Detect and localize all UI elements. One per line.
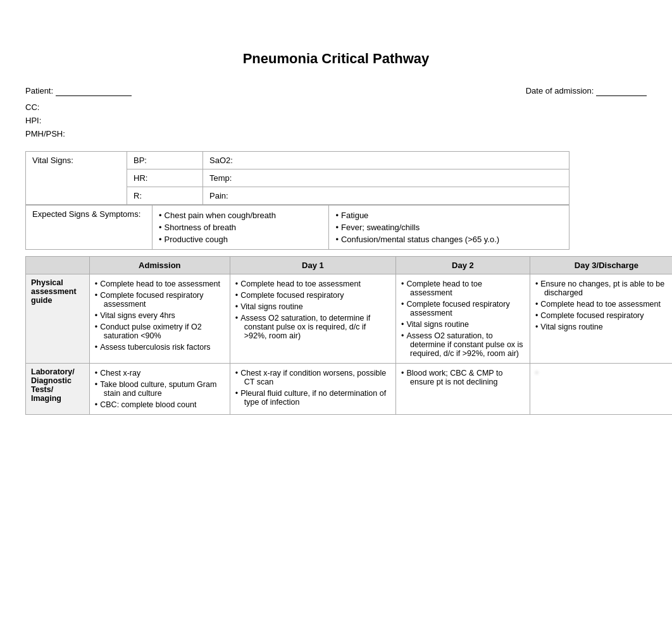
pmh-label: PMH/PSH: bbox=[25, 129, 65, 138]
laboratory-day2-cell: Blood work; CBC & CMP to ensure pt is no… bbox=[396, 364, 530, 415]
laboratory-label: Laboratory/ Diagnostic Tests/ Imaging bbox=[31, 367, 75, 403]
laboratory-day3-cell bbox=[530, 364, 672, 415]
physical-admission-list: Complete head to toe assessment Complete… bbox=[95, 278, 225, 353]
laboratory-admission-list: Chest x-ray Take blood culture, sputum G… bbox=[95, 367, 225, 410]
list-item: Complete head to toe assessment bbox=[95, 278, 225, 290]
symptom-item: Shortness of breath bbox=[159, 221, 322, 233]
pain-label: Pain: bbox=[209, 191, 228, 200]
list-item: Complete focused respiratory bbox=[235, 290, 390, 301]
list-item: Complete focused respiratory assessment bbox=[95, 290, 225, 310]
expected-symptoms-table: Expected Signs & Symptoms: Chest pain wh… bbox=[25, 205, 569, 250]
laboratory-label-cell: Laboratory/ Diagnostic Tests/ Imaging bbox=[26, 364, 90, 415]
list-item: Vital signs routine bbox=[401, 319, 525, 330]
symptom-item: Chest pain when cough/breath bbox=[159, 209, 322, 221]
symptom-item: Fatigue bbox=[335, 209, 563, 221]
symptom-item: Confusion/mental status changes (>65 y.o… bbox=[335, 233, 563, 245]
physical-day1-cell: Complete head to toe assessment Complete… bbox=[230, 274, 395, 364]
hpi-field: HPI: bbox=[25, 116, 647, 125]
vital-signs-label: Vital Signs: bbox=[32, 156, 73, 165]
pmh-field: PMH/PSH: bbox=[25, 129, 647, 138]
col-header-admission: Admission bbox=[89, 257, 230, 274]
patient-value[interactable] bbox=[56, 86, 132, 96]
patient-field: Patient: bbox=[25, 86, 132, 96]
expected-label-cell: Expected Signs & Symptoms: bbox=[26, 206, 152, 250]
symptoms-left-cell: Chest pain when cough/breath Shortness o… bbox=[152, 206, 329, 250]
date-value[interactable] bbox=[596, 86, 647, 96]
list-item: Take blood culture, sputum Gram stain an… bbox=[95, 379, 225, 399]
list-item: Assess O2 saturation, to determine if co… bbox=[401, 330, 525, 359]
expected-label: Expected Signs & Symptoms: bbox=[32, 209, 140, 219]
list-item: Complete head to toe assessment bbox=[235, 278, 390, 290]
page: Pneumonia Critical Pathway Patient: Date… bbox=[0, 0, 672, 427]
list-item: Assess tuberculosis risk factors bbox=[95, 341, 225, 353]
physical-day2-cell: Complete head to toe assessment Complete… bbox=[396, 274, 530, 364]
laboratory-day1-list: Chest x-ray if condition worsens, possib… bbox=[235, 367, 390, 408]
physical-day1-list: Complete head to toe assessment Complete… bbox=[235, 278, 390, 341]
sao2-label: SaO2: bbox=[209, 156, 233, 165]
laboratory-row: Laboratory/ Diagnostic Tests/ Imaging Ch… bbox=[26, 364, 673, 415]
date-label: Date of admission: bbox=[526, 86, 594, 95]
cc-field: CC: bbox=[25, 102, 647, 112]
cc-label: CC: bbox=[25, 102, 39, 112]
laboratory-admission-cell: Chest x-ray Take blood culture, sputum G… bbox=[89, 364, 230, 415]
temp-cell: Temp: bbox=[203, 169, 569, 187]
list-item: Vital signs routine bbox=[235, 301, 390, 312]
list-item: Complete focused respiratory assessment bbox=[401, 298, 525, 319]
main-pathway-table: Admission Day 1 Day 2 Day 3/Discharge Ph… bbox=[25, 256, 672, 415]
symptoms-left-list: Chest pain when cough/breath Shortness o… bbox=[159, 209, 322, 245]
col-header-day1: Day 1 bbox=[230, 257, 395, 274]
list-item: Conduct pulse oximetry if O2 saturation … bbox=[95, 321, 225, 341]
physical-assessment-row: Physical assessment guide Complete head … bbox=[26, 274, 673, 364]
patient-info-row: Patient: Date of admission: bbox=[19, 86, 653, 96]
r-label: R: bbox=[134, 191, 142, 200]
hr-label: HR: bbox=[134, 173, 147, 183]
sao2-cell: SaO2: bbox=[203, 152, 569, 169]
list-item: Vital signs routine bbox=[535, 321, 672, 333]
patient-label: Patient: bbox=[25, 86, 53, 95]
physical-admission-cell: Complete head to toe assessment Complete… bbox=[89, 274, 230, 364]
physical-day3-list: Ensure no changes, pt is able to be disc… bbox=[535, 278, 672, 333]
list-item: Complete head to toe assessment bbox=[535, 298, 672, 310]
list-item: Vital signs every 4hrs bbox=[95, 310, 225, 321]
col-header-label bbox=[26, 257, 90, 274]
hpi-label: HPI: bbox=[25, 116, 41, 125]
r-cell: R: bbox=[127, 187, 203, 205]
list-item: Blood work; CBC & CMP to ensure pt is no… bbox=[401, 367, 525, 388]
list-item: Chest x-ray bbox=[95, 367, 225, 379]
list-item: Complete head to toe assessment bbox=[401, 278, 525, 298]
physical-day2-list: Complete head to toe assessment Complete… bbox=[401, 278, 525, 359]
temp-label: Temp: bbox=[209, 173, 232, 183]
list-item: Chest x-ray if condition worsens, possib… bbox=[235, 367, 390, 388]
list-item: CBC: complete blood count bbox=[95, 399, 225, 410]
list-item: Assess O2 saturation, to determine if co… bbox=[235, 312, 390, 341]
cc-hpi-section: CC: HPI: PMH/PSH: bbox=[19, 102, 653, 138]
col-header-day2: Day 2 bbox=[396, 257, 530, 274]
symptom-item: Fever; sweating/chills bbox=[335, 221, 563, 233]
laboratory-day1-cell: Chest x-ray if condition worsens, possib… bbox=[230, 364, 395, 415]
symptoms-right-list: Fatigue Fever; sweating/chills Confusion… bbox=[335, 209, 563, 245]
list-item: Pleural fluid culture, if no determinati… bbox=[235, 388, 390, 408]
date-field: Date of admission: bbox=[526, 86, 647, 96]
physical-label: Physical assessment guide bbox=[31, 278, 77, 305]
symptoms-right-cell: Fatigue Fever; sweating/chills Confusion… bbox=[329, 206, 569, 250]
physical-label-cell: Physical assessment guide bbox=[26, 274, 90, 364]
bp-cell: BP: bbox=[127, 152, 203, 169]
hr-cell: HR: bbox=[127, 169, 203, 187]
list-item: Ensure no changes, pt is able to be disc… bbox=[535, 278, 672, 298]
list-item: Complete focused respiratory bbox=[535, 310, 672, 321]
laboratory-day2-list: Blood work; CBC & CMP to ensure pt is no… bbox=[401, 367, 525, 388]
physical-day3-cell: Ensure no changes, pt is able to be disc… bbox=[530, 274, 672, 364]
page-title: Pneumonia Critical Pathway bbox=[19, 51, 653, 67]
symptom-item: Productive cough bbox=[159, 233, 322, 245]
col-header-day3: Day 3/Discharge bbox=[530, 257, 672, 274]
list-item bbox=[535, 367, 672, 379]
laboratory-day3-list bbox=[535, 367, 672, 379]
vital-signs-label-cell: Vital Signs: bbox=[26, 152, 127, 205]
pain-cell: Pain: bbox=[203, 187, 569, 205]
bp-label: BP: bbox=[134, 156, 147, 165]
vital-signs-table: Vital Signs: BP: SaO2: HR: Temp: R: Pain… bbox=[25, 151, 569, 205]
